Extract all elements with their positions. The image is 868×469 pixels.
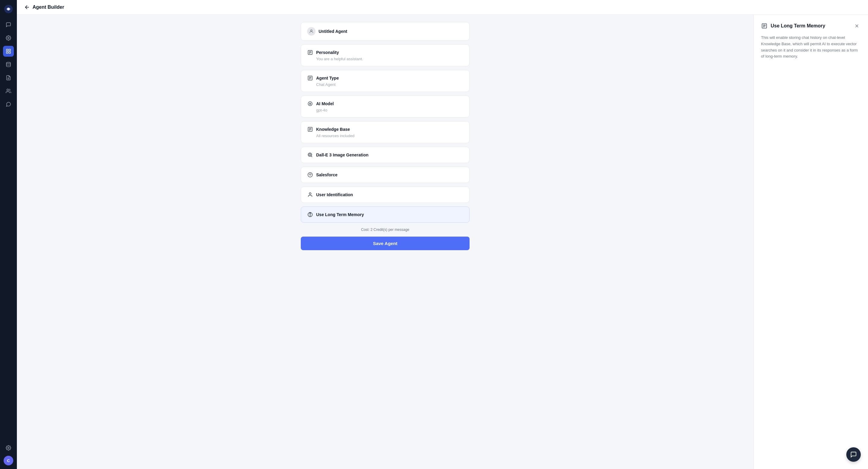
sidebar-icon-people[interactable] <box>3 86 14 96</box>
svg-point-1 <box>7 8 10 10</box>
svg-point-22 <box>308 101 312 106</box>
sidebar-icon-grid[interactable] <box>3 46 14 57</box>
right-panel-title: Use Long Term Memory <box>771 23 825 29</box>
svg-rect-3 <box>6 49 8 51</box>
sidebar-icon-chat[interactable] <box>3 19 14 30</box>
cards-container: Untitled Agent <box>301 22 470 250</box>
card-personality[interactable]: Personality You are a helpful assistant. <box>301 44 470 66</box>
knowledge-base-icon <box>307 126 313 132</box>
close-panel-button[interactable] <box>853 22 861 30</box>
salesforce-title: Salesforce <box>316 173 338 177</box>
right-panel-title-row: Use Long Term Memory <box>761 23 825 29</box>
svg-point-30 <box>309 154 311 156</box>
card-dalle[interactable]: Dall-E 3 Image Generation <box>301 147 470 163</box>
sidebar: C <box>0 0 17 469</box>
svg-line-29 <box>311 156 312 157</box>
arrow-left-icon <box>24 4 30 10</box>
svg-point-11 <box>8 447 9 449</box>
salesforce-icon <box>307 172 313 178</box>
personality-value: You are a helpful assistant. <box>307 57 463 61</box>
svg-rect-6 <box>9 52 10 53</box>
right-panel-description: This will enable storing chat history on… <box>761 35 861 60</box>
back-button[interactable]: Agent Builder <box>24 4 64 10</box>
personality-title: Personality <box>316 50 339 55</box>
right-panel-header: Use Long Term Memory <box>761 22 861 30</box>
chat-widget-icon <box>850 451 857 458</box>
header: Agent Builder <box>17 0 868 15</box>
user-identification-icon <box>307 192 313 198</box>
card-long-term-memory[interactable]: Use Long Term Memory <box>301 207 470 223</box>
page-title: Agent Builder <box>33 4 64 10</box>
personality-icon <box>307 50 313 56</box>
svg-point-10 <box>7 89 9 91</box>
knowledge-base-title: Knowledge Base <box>316 127 350 132</box>
svg-point-7 <box>6 62 10 64</box>
right-panel: Use Long Term Memory This will enable st… <box>753 15 868 469</box>
sidebar-icon-message[interactable] <box>3 99 14 110</box>
user-avatar[interactable]: C <box>4 456 13 465</box>
sidebar-icon-database[interactable] <box>3 59 14 70</box>
close-icon <box>854 23 860 29</box>
main-content: Agent Builder Untitled Agent <box>17 0 868 469</box>
svg-point-13 <box>310 30 312 31</box>
card-agent-type[interactable]: Agent Type Chat Agent <box>301 70 470 92</box>
svg-point-28 <box>308 153 312 156</box>
dalle-icon <box>307 152 313 158</box>
svg-point-23 <box>310 103 311 104</box>
card-salesforce[interactable]: Salesforce <box>301 167 470 183</box>
agent-name-text: Untitled Agent <box>318 29 347 34</box>
card-ai-model[interactable]: AI Model gpt-4o <box>301 96 470 118</box>
content-area: Untitled Agent <box>17 15 868 469</box>
agent-type-icon <box>307 75 313 81</box>
sidebar-icon-gear[interactable] <box>3 442 14 453</box>
save-agent-button[interactable]: Save Agent <box>301 237 470 250</box>
sidebar-icon-document[interactable] <box>3 72 14 83</box>
dalle-title: Dall-E 3 Image Generation <box>316 153 369 157</box>
card-untitled-agent[interactable]: Untitled Agent <box>301 22 470 41</box>
svg-rect-5 <box>6 52 8 53</box>
agent-type-value: Chat Agent <box>307 82 463 87</box>
panel-icon <box>761 23 768 29</box>
ai-model-icon <box>307 101 313 107</box>
long-term-memory-icon <box>307 212 313 218</box>
svg-point-2 <box>8 37 9 39</box>
ai-model-value: gpt-4o <box>307 108 463 113</box>
agent-type-title: Agent Type <box>316 76 339 81</box>
agent-avatar-icon <box>307 27 315 36</box>
user-identification-title: User Identification <box>316 192 353 197</box>
ai-model-title: AI Model <box>316 101 334 106</box>
card-knowledge-base[interactable]: Knowledge Base All resources included <box>301 121 470 143</box>
sidebar-icon-settings[interactable] <box>3 33 14 43</box>
card-user-identification[interactable]: User Identification <box>301 187 470 203</box>
long-term-memory-title: Use Long Term Memory <box>316 212 364 217</box>
svg-point-31 <box>309 193 311 194</box>
center-panel: Untitled Agent <box>17 15 753 469</box>
knowledge-base-value: All resources included <box>307 133 463 138</box>
svg-rect-4 <box>9 49 10 51</box>
app-logo <box>3 4 14 14</box>
chat-widget-button[interactable] <box>846 447 861 462</box>
cost-text: Cost: 2 Credit(s) per message <box>301 227 470 232</box>
